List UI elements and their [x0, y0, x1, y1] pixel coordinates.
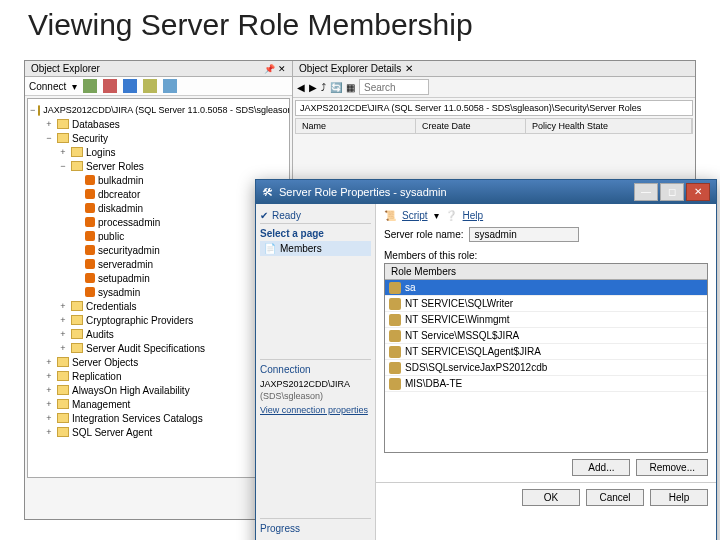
role-icon	[85, 217, 95, 227]
help-button[interactable]: Help	[463, 210, 484, 221]
member-row[interactable]: NT Service\MSSQL$JIRA	[385, 328, 707, 344]
help-footer-button[interactable]: Help	[650, 489, 708, 506]
alwayson-node[interactable]: AlwaysOn High Availability	[72, 385, 190, 396]
close-tab-icon[interactable]: ✕	[405, 63, 413, 74]
server-roles-node[interactable]: Server Roles	[86, 161, 144, 172]
expand-icon[interactable]: +	[58, 301, 68, 311]
audits-node[interactable]: Audits	[86, 329, 114, 340]
iscatalogs-node[interactable]: Integration Services Catalogs	[72, 413, 203, 424]
col-name[interactable]: Name	[296, 119, 416, 133]
add-button[interactable]: Add...	[572, 459, 630, 476]
role-public[interactable]: public	[98, 231, 124, 242]
role-setupadmin[interactable]: setupadmin	[98, 273, 150, 284]
help-icon: ❔	[445, 210, 457, 221]
crypto-node[interactable]: Cryptographic Providers	[86, 315, 193, 326]
sqlagent-node[interactable]: SQL Server Agent	[72, 427, 152, 438]
expand-icon[interactable]: −	[30, 105, 35, 115]
filter-icon[interactable]	[143, 79, 157, 93]
expand-icon[interactable]: +	[44, 385, 54, 395]
connect-dropdown-icon[interactable]: ▾	[72, 81, 77, 92]
credentials-node[interactable]: Credentials	[86, 301, 137, 312]
expand-icon[interactable]: +	[44, 119, 54, 129]
pin-icon[interactable]: 📌 ✕	[264, 64, 286, 74]
view-connection-link[interactable]: View connection properties	[260, 405, 371, 415]
connect-icon[interactable]	[83, 79, 97, 93]
members-grid[interactable]: Role Members sa NT SERVICE\SQLWriter NT …	[384, 263, 708, 453]
role-diskadmin[interactable]: diskadmin	[98, 203, 143, 214]
role-processadmin[interactable]: processadmin	[98, 217, 160, 228]
back-icon[interactable]: ◀	[297, 82, 305, 93]
sync-icon[interactable]: 🔄	[330, 82, 342, 93]
col-policy[interactable]: Policy Health State	[526, 119, 692, 133]
role-icon	[85, 175, 95, 185]
script-dropdown-icon[interactable]: ▾	[434, 210, 439, 221]
up-icon[interactable]: ⤴	[321, 82, 326, 93]
role-serveradmin[interactable]: serveradmin	[98, 259, 153, 270]
folder-icon	[57, 413, 69, 423]
remove-button[interactable]: Remove...	[636, 459, 708, 476]
expand-icon[interactable]: +	[44, 427, 54, 437]
slide-title: Viewing Server Role Membership	[0, 0, 720, 48]
search-input[interactable]	[359, 79, 429, 95]
disconnect-icon[interactable]	[103, 79, 117, 93]
grid-header[interactable]: Role Members	[385, 264, 707, 280]
refresh-icon[interactable]	[163, 79, 177, 93]
expand-icon[interactable]: +	[44, 371, 54, 381]
expand-icon[interactable]: +	[58, 315, 68, 325]
page-members[interactable]: 📄Members	[260, 241, 371, 256]
member-row[interactable]: SDS\SQLserviceJaxPS2012cdb	[385, 360, 707, 376]
management-node[interactable]: Management	[72, 399, 130, 410]
object-explorer-tab[interactable]: Object Explorer 📌 ✕	[25, 61, 292, 77]
forward-icon[interactable]: ▶	[309, 82, 317, 93]
server-audit-node[interactable]: Server Audit Specifications	[86, 343, 205, 354]
folder-icon	[71, 329, 83, 339]
server-objects-node[interactable]: Server Objects	[72, 357, 138, 368]
expand-icon[interactable]: +	[44, 399, 54, 409]
col-create-date[interactable]: Create Date	[416, 119, 526, 133]
connect-toolbar: Connect▾	[25, 77, 292, 96]
role-icon	[85, 273, 95, 283]
expand-icon[interactable]: +	[58, 147, 68, 157]
oed-tab[interactable]: Object Explorer Details✕	[293, 61, 695, 77]
expand-icon[interactable]: −	[58, 161, 68, 171]
role-bulkadmin[interactable]: bulkadmin	[98, 175, 144, 186]
script-button[interactable]: Script	[402, 210, 428, 221]
databases-node[interactable]: Databases	[72, 119, 120, 130]
dialog-titlebar[interactable]: 🛠 Server Role Properties - sysadmin — ◻ …	[256, 180, 716, 204]
role-sysadmin[interactable]: sysadmin	[98, 287, 140, 298]
member-row[interactable]: NT SERVICE\SQLAgent$JIRA	[385, 344, 707, 360]
object-explorer-tree[interactable]: −JAXPS2012CDD\JIRA (SQL Server 11.0.5058…	[27, 98, 290, 478]
expand-icon[interactable]: +	[44, 357, 54, 367]
stop-icon[interactable]	[123, 79, 137, 93]
member-row[interactable]: MIS\DBA-TE	[385, 376, 707, 392]
expand-icon[interactable]: +	[58, 329, 68, 339]
expand-icon[interactable]: +	[44, 413, 54, 423]
minimize-button[interactable]: —	[634, 183, 658, 201]
role-dbcreator[interactable]: dbcreator	[98, 189, 140, 200]
folder-icon	[57, 119, 69, 129]
expand-icon[interactable]: −	[44, 133, 54, 143]
member-row[interactable]: NT SERVICE\SQLWriter	[385, 296, 707, 312]
breadcrumb[interactable]: JAXPS2012CDE\JIRA (SQL Server 11.0.5058 …	[295, 100, 693, 116]
role-icon	[85, 259, 95, 269]
maximize-button[interactable]: ◻	[660, 183, 684, 201]
filter-icon[interactable]: ▦	[346, 82, 355, 93]
connect-button[interactable]: Connect	[29, 81, 66, 92]
expand-icon[interactable]: +	[58, 343, 68, 353]
member-row[interactable]: sa	[385, 280, 707, 296]
server-role-properties-dialog: 🛠 Server Role Properties - sysadmin — ◻ …	[255, 179, 717, 540]
dialog-sidebar: ✔Ready Select a page 📄Members Connection…	[256, 204, 376, 540]
close-button[interactable]: ✕	[686, 183, 710, 201]
role-icon	[85, 203, 95, 213]
member-row[interactable]: NT SERVICE\Winmgmt	[385, 312, 707, 328]
cancel-button[interactable]: Cancel	[586, 489, 644, 506]
ok-button[interactable]: OK	[522, 489, 580, 506]
role-securityadmin[interactable]: securityadmin	[98, 245, 160, 256]
member-name: NT Service\MSSQL$JIRA	[405, 330, 519, 341]
replication-node[interactable]: Replication	[72, 371, 121, 382]
server-node[interactable]: JAXPS2012CDD\JIRA (SQL Server 11.0.5058 …	[43, 105, 290, 115]
login-icon	[389, 346, 401, 358]
member-name: NT SERVICE\Winmgmt	[405, 314, 510, 325]
logins-node[interactable]: Logins	[86, 147, 115, 158]
security-node[interactable]: Security	[72, 133, 108, 144]
